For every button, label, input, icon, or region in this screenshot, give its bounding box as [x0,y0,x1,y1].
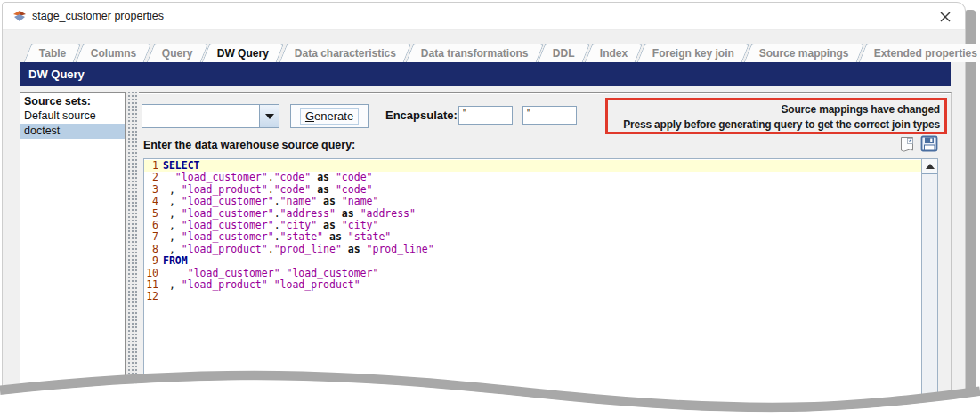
line-code: , "load_customer"."city" as "city" [163,220,378,231]
line-number: 7 [144,231,163,243]
window-drop-shadow [966,10,976,394]
line-code: "load_customer"."code" as "code" [163,172,372,183]
encapsulate-open-field[interactable]: " [458,106,513,125]
section-header-title: DW Query [20,62,951,81]
line-number: 10 [144,268,163,279]
template-combobox[interactable] [142,104,279,128]
line-number: 4 [144,196,163,207]
generate-button-label: Generate [300,108,359,125]
source-set-item-doctest[interactable]: doctest [20,124,125,139]
editor-scrollbar[interactable] [921,159,937,416]
line-code: SELECT [163,160,200,172]
line-number: 2 [144,172,163,183]
editor-label: Enter the data warehouse source query: [143,139,355,151]
encapsulate-close-field[interactable]: " [522,106,577,125]
line-number: 11 [144,279,163,291]
tab-extended-properties[interactable]: Extended properties [859,44,980,62]
line-code: , "load_customer"."address" as "address" [163,208,416,220]
tab-strip: TableColumnsQueryDW QueryData characteri… [28,44,980,62]
line-number: 12 [144,291,163,302]
source-set-item-default-source[interactable]: Default source [20,109,125,124]
new-query-icon[interactable] [899,136,915,154]
tab-source-mappings[interactable]: Source mappings [744,44,864,62]
editor-line: 1SELECT [144,160,922,172]
tab-label: Data characteristics [294,47,395,60]
tab-label: Extended properties [874,47,977,60]
splitter-handle[interactable] [126,92,137,414]
tab-table[interactable]: Table [24,44,82,62]
warning-line-1: Source mappings have changed [608,102,940,117]
editor-line: 11 , "load_product" "load_product" [144,279,922,291]
line-code: , "load_product"."prod_line" as "prod_li… [163,244,434,255]
source-mappings-warning: Source mappings have changed Press apply… [605,98,947,134]
tab-columns[interactable]: Columns [76,44,152,62]
line-number: 6 [144,220,163,231]
save-icon[interactable] [920,134,939,153]
chevron-up-icon [926,164,935,169]
line-number: 3 [144,184,163,196]
tab-data-characteristics[interactable]: Data characteristics [279,44,411,62]
line-number: 9 [144,255,163,267]
title-bar: stage_customer properties [3,3,965,30]
tab-label: Table [39,47,66,60]
editor-lines: 1SELECT2 "load_customer"."code" as "code… [144,159,922,303]
warning-line-2: Press apply before generating query to g… [608,117,940,133]
chevron-down-icon [265,114,274,119]
combobox-dropdown-button[interactable] [259,105,279,127]
tab-label: Source mappings [759,47,849,60]
line-code: , "load_customer"."state" as "state" [163,231,391,243]
app-icon [12,9,27,23]
properties-dialog: stage_customer properties TableColumnsQu… [2,2,966,418]
editor-line: 9FROM [144,255,922,267]
tab-query[interactable]: Query [147,44,208,62]
tab-label: Columns [91,47,136,60]
window-title: stage_customer properties [32,10,164,22]
editor-line: 10 "load_customer" "load_customer" [144,268,922,279]
tab-label: DDL [553,47,575,60]
line-code: FROM [163,255,188,267]
tab-index[interactable]: Index [585,44,644,62]
editor-line: 2 "load_customer"."code" as "code" [144,172,922,183]
line-code: , "load_product" "load_product" [163,279,360,291]
editor-line: 8 , "load_product"."prod_line" as "prod_… [144,244,922,255]
generate-button[interactable]: Generate [290,104,369,128]
line-number: 8 [144,244,163,255]
screenshot-root: stage_customer properties TableColumnsQu… [0,0,980,418]
editor-line: 3 , "load_product"."code" as "code" [144,184,922,196]
line-code: , "load_customer"."name" as "name" [163,196,378,207]
tab-label: DW Query [217,47,269,60]
tab-dw-query[interactable]: DW Query [202,44,285,62]
line-number: 5 [144,208,163,220]
editor-line: 7 , "load_customer"."state" as "state" [144,231,922,243]
encapsulate-label: Encapsulate: [385,109,458,122]
section-header: DW Query [20,62,951,86]
source-sets-list[interactable]: Default sourcedoctest [20,109,125,139]
source-sets-panel: Source sets: Default sourcedoctest [20,92,126,416]
scrollbar-up-button[interactable] [922,159,937,174]
tab-data-transformations[interactable]: Data transformations [405,44,543,62]
editor-line: 12 [144,291,922,302]
editor-line: 4 , "load_customer"."name" as "name" [144,196,922,207]
combobox-value [142,105,259,127]
tab-label: Query [162,47,193,60]
close-icon[interactable] [938,10,952,24]
source-sets-label: Source sets: [20,93,125,109]
editor-line: 6 , "load_customer"."city" as "city" [144,220,922,231]
tab-foreign-key-join[interactable]: Foreign key join [637,44,750,62]
line-code: "load_customer" "load_customer" [163,268,378,279]
tab-label: Index [600,47,628,60]
line-code: , "load_product"."code" as "code" [163,184,372,196]
line-number: 1 [144,160,163,172]
tab-label: Foreign key join [652,47,734,60]
sql-editor[interactable]: 1SELECT2 "load_customer"."code" as "code… [143,158,938,417]
tab-label: Data transformations [420,47,528,60]
editor-line: 5 , "load_customer"."address" as "addres… [144,208,922,220]
tab-ddl[interactable]: DDL [538,44,590,62]
